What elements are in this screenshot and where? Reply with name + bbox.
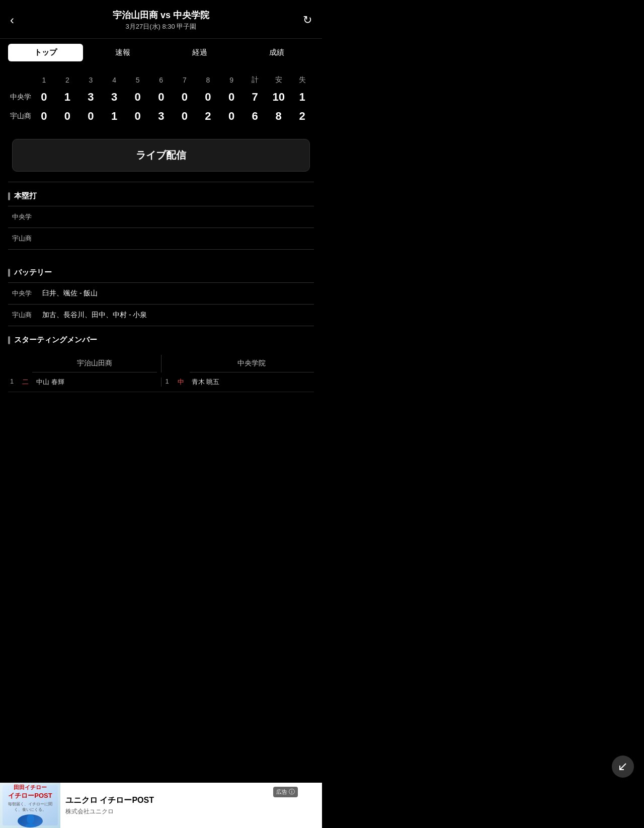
members-col-divider	[161, 355, 162, 372]
battery-chuo-label: 中央学	[8, 283, 38, 305]
live-button[interactable]: ライブ配信	[12, 139, 310, 172]
header: ‹ 宇治山田商 vs 中央学院 3月27日(水) 8:30 甲子園 ↻	[0, 0, 322, 39]
chuo-score-2: 1	[56, 88, 79, 107]
live-button-wrap: ライブ配信	[0, 134, 322, 182]
inning-4: 4	[103, 72, 126, 88]
inning-9: 9	[220, 72, 244, 88]
team-uji-label: 宇山商	[8, 107, 32, 126]
members-row-1: 1 二 中山 春輝 1 中 青木 眺五	[8, 372, 314, 392]
chuo-score-5: 0	[126, 88, 149, 107]
homerun-uji-label: 宇山商	[8, 228, 38, 250]
chuo-hits: 10	[267, 88, 290, 107]
innings-header-team	[8, 72, 32, 88]
members-column-headers: 宇治山田商 中央学院	[8, 355, 314, 372]
inning-6: 6	[149, 72, 173, 88]
inning-2: 2	[56, 72, 79, 88]
battery-section-title: バッテリー	[8, 268, 314, 277]
chuo-score-4: 3	[103, 88, 126, 107]
uji-score-7: 0	[173, 107, 197, 126]
battery-row-uji: 宇山商 加古、長谷川、田中、中村 - 小泉	[8, 305, 314, 326]
uji-hits: 8	[267, 107, 290, 126]
members-row1-left-pos: 二	[22, 378, 34, 387]
refresh-button[interactable]: ↻	[294, 14, 312, 27]
chuo-total: 7	[243, 88, 267, 107]
team-chuo-label: 中央学	[8, 88, 32, 107]
chuo-score-9: 0	[220, 88, 244, 107]
battery-table: 中央学 臼井、颯佐 - 飯山 宇山商 加古、長谷川、田中、中村 - 小泉	[8, 282, 314, 326]
section-bar-members	[8, 336, 10, 344]
homerun-table: 中央学 宇山商	[8, 206, 314, 250]
members-pos-spacer-left	[20, 355, 32, 372]
inning-1: 1	[32, 72, 56, 88]
section-bar-battery	[8, 269, 10, 277]
members-row1-left-name: 中山 春輝	[36, 378, 157, 387]
uji-score-9: 0	[220, 107, 244, 126]
members-num-spacer-left	[8, 355, 20, 372]
homerun-section-title: 本塁打	[8, 191, 314, 201]
uji-score-4: 1	[103, 107, 126, 126]
inning-5: 5	[126, 72, 149, 88]
battery-chuo-value: 臼井、颯佐 - 飯山	[38, 283, 314, 305]
chuo-score-3: 3	[79, 88, 103, 107]
uji-errors: 2	[290, 107, 314, 126]
homerun-title-text: 本塁打	[14, 191, 37, 201]
chuo-score-7: 0	[173, 88, 197, 107]
battery-title-text: バッテリー	[14, 268, 52, 277]
tab-live[interactable]: 速報	[85, 44, 160, 61]
members-col2-header: 中央学院	[190, 355, 314, 372]
inning-total: 計	[243, 72, 267, 88]
members-row1-right-name: 青木 眺五	[192, 378, 312, 387]
score-table: 1 2 3 4 5 6 7 8 9 計 安 失 中央学 0 1 3 3 0	[8, 72, 314, 126]
uji-score-8: 2	[196, 107, 220, 126]
tab-results[interactable]: 成績	[239, 44, 314, 61]
inning-3: 3	[79, 72, 103, 88]
homerun-chuo-value	[38, 206, 314, 228]
chuo-score-6: 0	[149, 88, 173, 107]
uji-score-5: 0	[126, 107, 149, 126]
homerun-chuo-label: 中央学	[8, 206, 38, 228]
battery-row-chuo: 中央学 臼井、颯佐 - 飯山	[8, 283, 314, 305]
members-col1-header: 宇治山田商	[32, 355, 157, 372]
chuo-score-1: 0	[32, 88, 56, 107]
team-row-uji: 宇山商 0 0 0 1 0 3 0 2 0 6 8 2	[8, 107, 314, 126]
uji-score-2: 0	[56, 107, 79, 126]
members-pos-spacer-right	[178, 355, 190, 372]
back-button[interactable]: ‹	[10, 13, 28, 27]
members-section: スターティングメンバー 宇治山田商 中央学院 1 二 中山 春輝 1 中 青木 …	[0, 326, 322, 392]
battery-uji-label: 宇山商	[8, 305, 38, 326]
members-row1-left-num: 1	[10, 378, 22, 387]
homerun-uji-value	[38, 228, 314, 250]
chuo-score-8: 0	[196, 88, 220, 107]
tab-bar: トップ 速報 経過 成績	[0, 39, 322, 66]
section-bar-homerun	[8, 192, 10, 200]
inning-7: 7	[173, 72, 197, 88]
tab-progress[interactable]: 経過	[162, 44, 237, 61]
battery-section: バッテリー 中央学 臼井、颯佐 - 飯山 宇山商 加古、長谷川、田中、中村 - …	[0, 259, 322, 326]
battery-uji-value: 加古、長谷川、田中、中村 - 小泉	[38, 305, 314, 326]
inning-8: 8	[196, 72, 220, 88]
team-row-chuo: 中央学 0 1 3 3 0 0 0 0 0 7 10 1	[8, 88, 314, 107]
uji-score-6: 3	[149, 107, 173, 126]
members-row-divider	[161, 378, 162, 387]
uji-score-3: 0	[79, 107, 103, 126]
match-title: 宇治山田商 vs 中央学院	[28, 9, 294, 21]
members-section-title: スターティングメンバー	[8, 335, 314, 345]
inning-hits: 安	[267, 72, 290, 88]
chuo-errors: 1	[290, 88, 314, 107]
scoreboard: 1 2 3 4 5 6 7 8 9 計 安 失 中央学 0 1 3 3 0	[0, 66, 322, 134]
inning-errors: 失	[290, 72, 314, 88]
match-subtitle: 3月27日(水) 8:30 甲子園	[28, 22, 294, 31]
members-title-text: スターティングメンバー	[14, 335, 97, 345]
members-row1-right-pos: 中	[178, 378, 190, 387]
tab-top[interactable]: トップ	[8, 44, 83, 61]
homerun-row-chuo: 中央学	[8, 206, 314, 228]
header-title: 宇治山田商 vs 中央学院 3月27日(水) 8:30 甲子園	[28, 9, 294, 31]
members-row1-right-num: 1	[166, 378, 178, 387]
homerun-section: 本塁打 中央学 宇山商	[0, 182, 322, 250]
members-num-spacer-right	[166, 355, 178, 372]
uji-score-1: 0	[32, 107, 56, 126]
homerun-row-uji: 宇山商	[8, 228, 314, 250]
uji-total: 6	[243, 107, 267, 126]
